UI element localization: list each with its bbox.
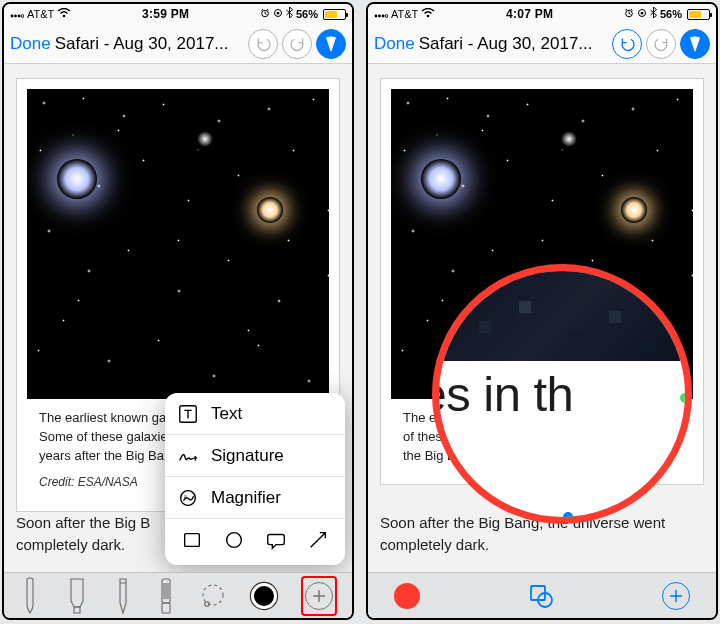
rotation-lock-icon — [637, 7, 647, 21]
markup-pen-button[interactable] — [680, 29, 710, 59]
nav-bar: Done Safari - Aug 30, 2017... — [4, 24, 352, 64]
status-bar: AT&T 4:07 PM 56% — [368, 4, 716, 24]
signal-icon — [10, 7, 24, 21]
svg-point-17 — [375, 15, 378, 18]
add-annotation-popup: Text Signature a Magnifier — [165, 393, 345, 565]
alarm-icon — [260, 7, 270, 21]
carrier-label: AT&T — [391, 8, 418, 20]
svg-point-20 — [385, 15, 388, 18]
page-title: Safari - Aug 30, 2017... — [419, 34, 608, 54]
tool-shape-style[interactable] — [527, 576, 555, 616]
svg-point-3 — [21, 15, 24, 18]
markup-pen-button[interactable] — [316, 29, 346, 59]
status-time: 3:59 PM — [142, 7, 189, 21]
svg-rect-7 — [277, 12, 279, 14]
undo-button[interactable] — [248, 29, 278, 59]
done-button[interactable]: Done — [10, 34, 51, 54]
popup-item-magnifier-label: Magnifier — [211, 488, 281, 508]
wifi-icon — [57, 7, 71, 21]
tool-color[interactable] — [251, 576, 277, 616]
svg-point-18 — [378, 15, 381, 18]
svg-rect-14 — [162, 603, 170, 613]
shape-arrow[interactable] — [307, 529, 329, 555]
tool-pencil[interactable] — [113, 576, 133, 616]
battery-icon — [687, 9, 710, 20]
wifi-icon — [421, 7, 435, 21]
redo-button[interactable] — [282, 29, 312, 59]
svg-point-2 — [18, 15, 21, 18]
popup-item-signature-label: Signature — [211, 446, 284, 466]
tool-add[interactable] — [662, 576, 690, 616]
popup-item-text[interactable]: Text — [165, 393, 345, 435]
svg-point-4 — [63, 15, 66, 18]
tool-eraser[interactable] — [157, 576, 175, 616]
plus-icon — [305, 582, 333, 610]
tool-pen[interactable] — [19, 576, 41, 616]
shape-circle[interactable] — [223, 529, 245, 555]
undo-button[interactable] — [612, 29, 642, 59]
signal-icon — [374, 7, 388, 21]
magnified-text: ies in th — [432, 366, 692, 422]
svg-point-1 — [14, 15, 17, 18]
popup-item-magnifier[interactable]: a Magnifier — [165, 477, 345, 519]
magnifier-icon: a — [177, 487, 199, 509]
tool-lasso[interactable] — [199, 576, 227, 616]
battery-pct: 56% — [660, 8, 682, 20]
svg-point-12 — [227, 533, 242, 548]
article-photo: /* sprinkle many tiny stars */ — [27, 89, 329, 399]
phone-right: AT&T 4:07 PM 56% Done Safari - Aug 30, 2… — [366, 2, 718, 620]
bluetooth-icon — [286, 7, 293, 21]
tool-color[interactable] — [394, 576, 420, 616]
nav-bar: Done Safari - Aug 30, 2017... — [368, 24, 716, 64]
text-icon — [177, 403, 199, 425]
tool-marker[interactable] — [65, 576, 89, 616]
alarm-icon — [624, 7, 634, 21]
magnifier-resize-handle[interactable] — [563, 512, 573, 522]
content-area: The earli of these the Big Ba Soon after… — [368, 64, 716, 572]
status-time: 4:07 PM — [506, 7, 553, 21]
bluetooth-icon — [650, 7, 657, 21]
popup-item-signature[interactable]: Signature — [165, 435, 345, 477]
redo-button[interactable] — [646, 29, 676, 59]
magnifier-zoom-handle[interactable] — [680, 393, 690, 403]
page-title: Safari - Aug 30, 2017... — [55, 34, 244, 54]
phone-left: AT&T 3:59 PM 56% Done Safari - Aug 30, 2… — [2, 2, 354, 620]
plus-icon — [662, 582, 690, 610]
magnifier-toolbar — [368, 572, 716, 618]
svg-point-0 — [11, 15, 14, 18]
tool-add-highlighted[interactable] — [301, 576, 337, 616]
carrier-label: AT&T — [27, 8, 54, 20]
popup-shapes-row — [165, 519, 345, 565]
svg-point-21 — [427, 15, 430, 18]
magnifier-annotation[interactable]: ies in th — [432, 264, 692, 524]
status-bar: AT&T 3:59 PM 56% — [4, 4, 352, 24]
markup-toolbar — [4, 572, 352, 618]
shape-speech-bubble[interactable] — [265, 529, 287, 555]
svg-rect-24 — [641, 12, 643, 14]
signature-icon — [177, 445, 199, 467]
svg-rect-11 — [185, 534, 200, 547]
battery-icon — [323, 9, 346, 20]
rotation-lock-icon — [273, 7, 283, 21]
battery-pct: 56% — [296, 8, 318, 20]
svg-text:a: a — [184, 492, 187, 499]
svg-point-19 — [382, 15, 385, 18]
done-button[interactable]: Done — [374, 34, 415, 54]
popup-item-text-label: Text — [211, 404, 242, 424]
shape-rectangle[interactable] — [181, 529, 203, 555]
